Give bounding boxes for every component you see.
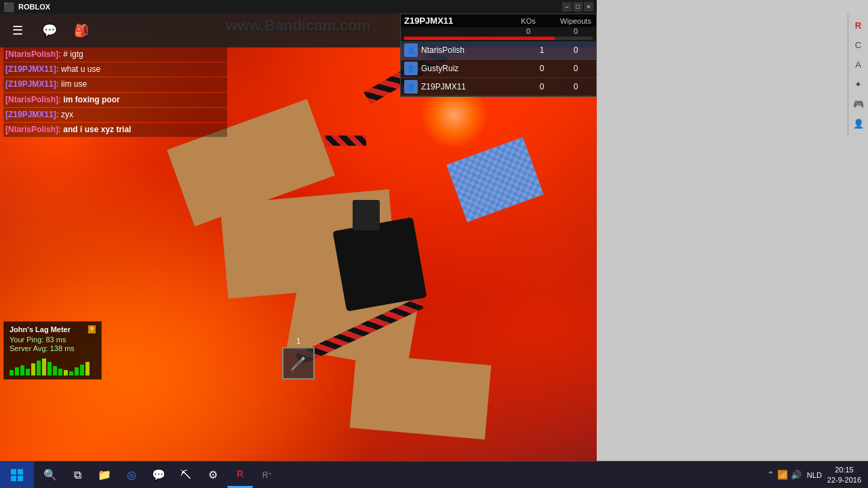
tray-arrow[interactable]: ⌃ [767,470,774,480]
player-avatar-3: 👤 [404,80,418,94]
chat-icon[interactable]: 💬 [39,20,60,41]
roblox-side-icon[interactable]: R [850,17,867,33]
wipeout-total: 0 [559,27,593,35]
lag-help-button[interactable]: ? [88,325,96,333]
taskbar-task-mgr[interactable]: ⚙ [200,462,226,488]
avatar-side-icon[interactable]: A [850,56,867,73]
hamburger-menu-icon[interactable]: ☰ [7,20,28,41]
taskbar-roblox[interactable]: R [227,462,253,488]
taskbar-right: ⌃ 📶 🔊 NLD 20:15 22-9-2016 [760,465,868,485]
taskbar-minecraft[interactable]: ⛏ [173,462,199,488]
score-progress-bar [404,37,593,40]
ko-total: 0 [511,27,545,35]
clock-date: 22-9-2016 [827,475,861,485]
taskbar-file-explorer[interactable]: 📁 [92,462,117,488]
player-ko-2: 0 [525,64,559,73]
lag-bar [37,361,41,375]
lag-bar [47,362,52,375]
tray-volume[interactable]: 🔊 [791,470,802,480]
svg-rect-7 [18,476,23,481]
taskbar: 🔍 ⧉ 📁 ◎ 💬 ⛏ ⚙ R R⁺ ⌃ 📶 🔊 NLD 20:15 22-9-… [0,461,868,488]
lag-bar [69,371,73,375]
lag-meter-title: John's Lag Meter [9,325,71,333]
window-title: ROBLOX [18,3,50,11]
wipeout-header: Wipeouts [559,17,593,25]
roblox-logo-text: ⬛ [3,2,14,12]
start-button[interactable] [0,462,34,489]
player-ko-3: 0 [525,82,559,92]
chat-name-2: [Z19PJMX11]: [5,64,59,74]
player-name-2: GustyRuiz [421,64,525,73]
game-railing [326,136,366,146]
windows-logo-icon [10,468,24,482]
right-side-panel: R C A ✦ 🎮 👤 [848,14,868,135]
friends-side-icon[interactable]: ✦ [850,76,867,92]
chat-message-5: [Z19PJMX11]: zyx [3,108,227,122]
chat-name-1: [NtarisPolish]: [5,49,61,59]
system-clock[interactable]: 20:15 22-9-2016 [827,465,861,485]
profile-side-icon[interactable]: 👤 [850,115,867,131]
lag-bar [75,367,79,375]
sword-icon [288,353,309,373]
taskbar-task-view[interactable]: ⧉ [64,462,90,488]
player-ko-1: 1 [525,45,559,55]
maximize-button[interactable]: □ [573,2,583,12]
lag-bar [20,365,24,375]
chat-message-4: [NtarisPolish]: im foxing poor [3,93,227,107]
lag-bar [26,369,30,375]
chat-message-6: [NtarisPolish]: and i use xyz trial [3,123,227,137]
game-block [350,353,492,439]
lag-bar [42,359,46,375]
chat-area: [NtarisPolish]: # igtg [Z19PJMX11]: what… [3,47,227,138]
score-bar-fill [404,37,555,40]
lag-bar [15,367,19,375]
close-button[interactable]: × [584,2,593,12]
games-side-icon[interactable]: 🎮 [850,96,867,112]
chat-message-1: [NtarisPolish]: # igtg [3,47,227,62]
ko-header: KOs [511,17,545,25]
svg-line-1 [296,361,300,365]
catalog-side-icon[interactable]: C [850,37,867,53]
chat-text-3: iim use [61,79,87,89]
score-column-headers: KOs Wipeouts [511,17,593,25]
ping-stat: Your Ping: 83 ms [9,336,96,344]
chat-message-3: [Z19PJMX11]: iim use [3,77,227,92]
right-panel: w – □ × "rbxassetid://"..skyid.Value loc… [597,0,868,488]
score-row-3: 👤 Z19PJMX11 0 0 [401,78,596,96]
chat-name-6: [NtarisPolish]: [5,125,61,134]
lag-bar [64,370,68,375]
taskbar-search[interactable]: 🔍 [37,462,63,488]
player-name-1: NtarisPolish [421,45,525,55]
bag-icon[interactable]: 🎒 [71,20,92,41]
player-name-3: Z19PJMX11 [421,82,525,92]
lag-bar [9,370,14,375]
player-avatar-1: 👤 [404,43,418,57]
tray-network[interactable]: 📶 [777,470,788,480]
chat-text-2: what u use [61,64,100,74]
chat-text-4: im foxing poor [63,95,119,104]
server-avg-stat: Server Avg: 138 ms [9,344,96,352]
chat-name-3: [Z19PJMX11]: [5,79,59,89]
lag-meter: John's Lag Meter ? Your Ping: 83 ms Serv… [3,321,102,380]
player-wipeout-1: 0 [559,45,593,55]
tool-slot-number: 1 [296,337,300,345]
taskbar-icons: 🔍 ⧉ 📁 ◎ 💬 ⛏ ⚙ R R⁺ [34,462,760,488]
lag-bar [31,363,35,375]
svg-line-3 [292,370,294,373]
lag-bar [58,369,62,375]
lag-bar [80,365,84,375]
system-tray-icons: ⌃ 📶 🔊 [767,470,802,480]
player-character [332,217,427,311]
taskbar-skype[interactable]: 💬 [146,462,172,488]
tool-indicator: 1 [282,337,315,380]
minimize-button[interactable]: – [562,2,572,12]
taskbar-chrome[interactable]: ◎ [119,462,144,488]
chat-name-4: [NtarisPolish]: [5,95,61,104]
scoreboard: Z19PJMX11 KOs Wipeouts 0 0 👤 NtarisPolis… [400,14,597,97]
svg-rect-5 [18,469,23,474]
lag-bar [85,362,90,375]
svg-rect-4 [11,469,16,474]
taskbar-roblox2[interactable]: R⁺ [254,462,280,488]
score-row-2: 👤 GustyRuiz 0 0 [401,60,596,78]
game-viewport: ⬛ ROBLOX – □ × ☰ 💬 🎒 www.Bandicam.com [N… [0,0,597,461]
